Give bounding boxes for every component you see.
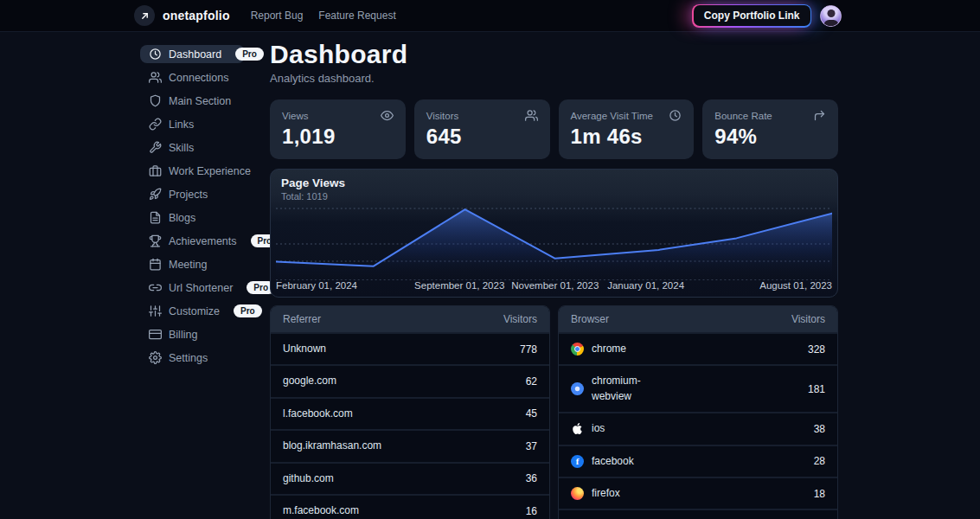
sidebar-item-label: Achievements <box>169 235 237 247</box>
user-avatar[interactable] <box>820 5 842 27</box>
top-navbar: onetapfolio Report Bug Feature Request C… <box>0 0 980 32</box>
credit-card-icon <box>149 328 162 341</box>
shield-icon <box>149 94 162 107</box>
sidebar-item-settings[interactable]: Settings <box>140 349 245 367</box>
sidebar-item-label: Skills <box>169 142 194 154</box>
users-icon <box>525 109 538 122</box>
sidebar-item-billing[interactable]: Billing <box>140 325 245 343</box>
stat-label: Views <box>282 111 308 121</box>
x-tick-label: January 01, 2024 <box>607 280 684 291</box>
dashboard-clock-icon <box>149 48 162 61</box>
row-value: 37 <box>519 440 537 452</box>
table-row-facebook: ffacebook28 <box>559 445 837 477</box>
sidebar-item-label: Work Experience <box>169 165 251 177</box>
stat-card-top: Bounce Rate <box>714 109 826 122</box>
briefcase-icon <box>149 164 162 177</box>
sidebar-item-label: Projects <box>169 189 208 201</box>
row-value: 18 <box>807 488 825 500</box>
brand[interactable]: onetapfolio <box>134 5 230 26</box>
row-label: github.com <box>283 471 334 486</box>
stat-label: Average Visit Time <box>571 111 653 121</box>
chart-x-axis: February 01, 2024September 01, 2023Novem… <box>276 280 832 294</box>
page-subtitle: Analytics dashboard. <box>270 72 838 85</box>
sidebar-item-label: Connections <box>169 72 229 84</box>
x-tick-label: February 01, 2024 <box>276 280 357 291</box>
row-value: 181 <box>801 383 825 395</box>
sidebar-item-label: Billing <box>169 329 197 341</box>
row-label: ios <box>592 421 605 436</box>
table-row-edge-chromium: edge-chromium17 <box>559 509 837 519</box>
stat-card-top: Visitors <box>426 109 538 122</box>
sidebar-item-label: Blogs <box>169 212 195 224</box>
sidebar-item-skills[interactable]: Skills <box>140 138 245 157</box>
sidebar-item-achievements[interactable]: AchievementsPro <box>140 232 245 250</box>
sidebar-item-links[interactable]: Links <box>140 115 245 133</box>
stat-cards: Views1,019Visitors645Average Visit Time1… <box>270 99 838 159</box>
table-row-ios: ios38 <box>559 412 837 444</box>
chromium-webview-icon <box>571 382 584 395</box>
navbar-right: Copy Portfolio Link <box>692 4 842 28</box>
row-label: google.com <box>283 374 336 388</box>
report-bug-link[interactable]: Report Bug <box>251 10 304 22</box>
stat-card-average-visit-time: Average Visit Time1m 46s <box>559 99 695 159</box>
sidebar-item-label: Settings <box>169 352 208 364</box>
copy-link-glow-border: Copy Portfolio Link <box>692 4 811 28</box>
sidebar-item-connections[interactable]: Connections <box>140 68 245 86</box>
row-label: chromium-webview <box>592 374 652 404</box>
bounce-icon <box>813 109 826 122</box>
row-value: 328 <box>801 343 825 356</box>
table-row-chrome: chrome328 <box>559 332 837 364</box>
tables-row: ReferrerVisitorsUnknown778google.com62l.… <box>270 305 838 519</box>
sidebar-item-url-shortener[interactable]: Url ShortenerPro <box>140 279 245 297</box>
x-tick-label: November 01, 2023 <box>511 280 599 291</box>
sidebar-item-dashboard[interactable]: DashboardPro <box>140 45 245 63</box>
x-tick-label: August 01, 2023 <box>759 280 832 291</box>
sidebar-item-main-section[interactable]: Main Section <box>140 92 245 110</box>
stat-label: Visitors <box>426 111 459 121</box>
brand-name: onetapfolio <box>163 9 230 22</box>
stat-value: 645 <box>426 125 538 149</box>
navbar-links: Report Bug Feature Request <box>251 10 396 22</box>
users-icon <box>149 71 162 84</box>
eye-icon <box>381 109 394 122</box>
stat-card-bounce-rate: Bounce Rate94% <box>702 99 838 159</box>
sidebar-item-label: Meeting <box>169 259 207 271</box>
row-label: l.facebook.com <box>283 407 353 421</box>
row-label: m.facebook.com <box>283 503 359 518</box>
chart-total: Total: 1019 <box>281 191 827 202</box>
sidebar: DashboardProConnectionsMain SectionLinks… <box>140 45 245 372</box>
stat-value: 1,019 <box>282 125 394 149</box>
table-row-google-com: google.com62 <box>271 364 549 396</box>
onetapfolio-logo-icon <box>134 5 155 26</box>
wrench-icon <box>149 141 162 154</box>
row-value: 36 <box>519 472 537 484</box>
column-header-visitors: Visitors <box>791 313 825 325</box>
table-row-github-com: github.com36 <box>271 462 549 494</box>
sidebar-item-blogs[interactable]: Blogs <box>140 208 245 227</box>
apple-icon <box>571 422 584 435</box>
sidebar-item-projects[interactable]: Projects <box>140 185 245 203</box>
column-header-visitors: Visitors <box>503 313 537 325</box>
chrome-icon <box>571 343 584 356</box>
stat-card-visitors: Visitors645 <box>414 99 550 159</box>
pro-badge: Pro <box>234 304 262 317</box>
copy-portfolio-link-button[interactable]: Copy Portfolio Link <box>694 5 810 26</box>
sidebar-item-label: Dashboard <box>169 48 221 61</box>
row-label: firefox <box>592 486 620 501</box>
stat-value: 94% <box>714 125 826 149</box>
row-label: Unknown <box>283 342 326 356</box>
page-views-chart <box>276 202 832 280</box>
clock-icon <box>669 109 682 122</box>
stat-label: Bounce Rate <box>714 111 772 121</box>
sidebar-item-meeting[interactable]: Meeting <box>140 255 245 273</box>
sidebar-item-customize[interactable]: CustomizePro <box>140 302 245 320</box>
main-content: Dashboard Analytics dashboard. Views1,01… <box>270 32 838 519</box>
sidebar-item-label: Url Shortener <box>169 282 233 294</box>
file-text-icon <box>149 211 162 224</box>
row-value: 38 <box>807 423 825 435</box>
table-row-unknown: Unknown778 <box>271 332 549 364</box>
feature-request-link[interactable]: Feature Request <box>318 10 395 22</box>
sidebar-item-work-experience[interactable]: Work Experience <box>140 162 245 180</box>
page-views-header: Page Views Total: 1019 <box>271 170 837 202</box>
calendar-icon <box>149 258 162 271</box>
